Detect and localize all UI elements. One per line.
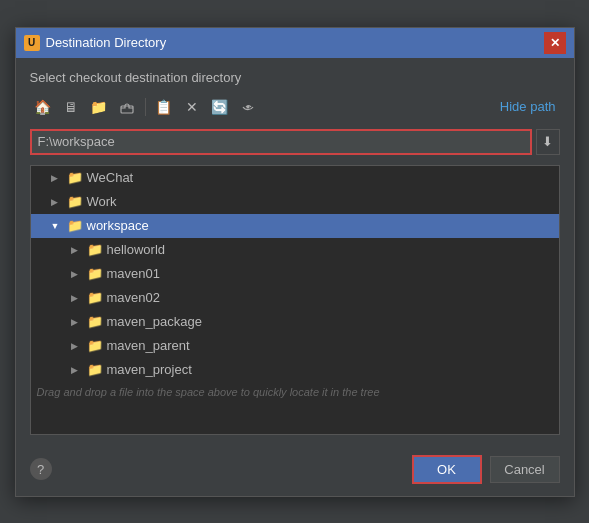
close-button[interactable]: ✕ (544, 32, 566, 54)
tree-item[interactable]: ▶ 📁 maven02 (31, 286, 559, 310)
destination-directory-dialog: U Destination Directory ✕ Select checkou… (15, 27, 575, 497)
tree-arrow: ▼ (51, 221, 63, 231)
path-input[interactable] (30, 129, 532, 155)
tree-item-label: WeChat (87, 170, 134, 185)
folder-icon: 📁 (87, 290, 103, 305)
tree-arrow: ▶ (71, 245, 83, 255)
tree-item-label: maven_parent (107, 338, 190, 353)
folder-icon: 📁 (87, 266, 103, 281)
ok-button[interactable]: OK (412, 455, 482, 484)
copy-button[interactable]: 📋 (151, 95, 177, 119)
desktop-button[interactable]: 🖥 (58, 95, 84, 119)
cancel-button[interactable]: Cancel (490, 456, 560, 483)
tree-item-label: maven_project (107, 362, 192, 377)
tree-arrow: ▶ (51, 173, 63, 183)
tree-arrow: ▶ (71, 269, 83, 279)
help-button[interactable]: ? (30, 458, 52, 480)
title-bar-left: U Destination Directory (24, 35, 167, 51)
folder-up-button[interactable] (114, 95, 140, 119)
tree-item[interactable]: ▶ 📁 WeChat (31, 166, 559, 190)
path-row: ⬇ (30, 129, 560, 155)
tree-arrow: ▶ (71, 365, 83, 375)
folder-icon: 📁 (87, 314, 103, 329)
tree-item-label: workspace (87, 218, 149, 233)
toolbar: 🏠 🖥 📁 📋 ✕ 🔄 Hide path (30, 95, 560, 119)
tree-item-label: maven01 (107, 266, 160, 281)
drag-hint-text: Drag and drop a file into the space abov… (31, 382, 559, 404)
link-button[interactable] (235, 95, 261, 119)
folder-icon: 📁 (87, 362, 103, 377)
dialog-footer: ? OK Cancel (16, 447, 574, 496)
tree-item-label: Work (87, 194, 117, 209)
folder-icon: 📁 (87, 338, 103, 353)
folder-icon: 📁 (67, 170, 83, 185)
home-button[interactable]: 🏠 (30, 95, 56, 119)
folder-icon: 📁 (67, 218, 83, 233)
new-folder-button[interactable]: 📁 (86, 95, 112, 119)
tree-item[interactable]: ▶ 📁 helloworld (31, 238, 559, 262)
folder-icon: 📁 (67, 194, 83, 209)
tree-item-label: maven_package (107, 314, 202, 329)
tree-item-label: maven02 (107, 290, 160, 305)
tree-arrow: ▶ (71, 317, 83, 327)
file-tree[interactable]: ▶ 📁 WeChat ▶ 📁 Work ▼ 📁 workspace ▶ 📁 he… (30, 165, 560, 435)
tree-item[interactable]: ▶ 📁 maven_package (31, 310, 559, 334)
tree-item[interactable]: ▶ 📁 maven01 (31, 262, 559, 286)
folder-icon: 📁 (87, 242, 103, 257)
tree-item[interactable]: ▶ 📁 Work (31, 190, 559, 214)
tree-arrow: ▶ (71, 293, 83, 303)
tree-item-selected[interactable]: ▼ 📁 workspace (31, 214, 559, 238)
app-icon: U (24, 35, 40, 51)
tree-arrow: ▶ (71, 341, 83, 351)
delete-button[interactable]: ✕ (179, 95, 205, 119)
svg-rect-0 (121, 106, 133, 113)
tree-item[interactable]: ▶ 📁 maven_parent (31, 334, 559, 358)
download-button[interactable]: ⬇ (536, 129, 560, 155)
subtitle-text: Select checkout destination directory (30, 70, 560, 85)
dialog-body: Select checkout destination directory 🏠 … (16, 58, 574, 447)
tree-arrow: ▶ (51, 197, 63, 207)
svg-point-1 (246, 105, 249, 108)
tree-item-label: helloworld (107, 242, 166, 257)
toolbar-separator-1 (145, 98, 146, 116)
tree-item[interactable]: ▶ 📁 maven_project (31, 358, 559, 382)
title-bar: U Destination Directory ✕ (16, 28, 574, 58)
refresh-button[interactable]: 🔄 (207, 95, 233, 119)
dialog-title: Destination Directory (46, 35, 167, 50)
hide-path-button[interactable]: Hide path (496, 97, 560, 116)
